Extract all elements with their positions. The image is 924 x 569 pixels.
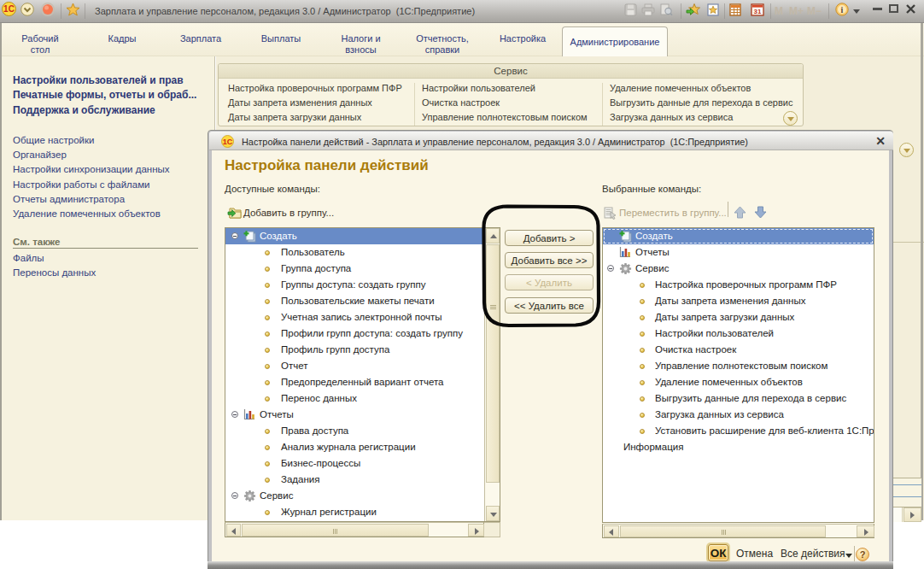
svg-text:i: i (841, 5, 844, 15)
svg-text:1С: 1С (223, 138, 233, 146)
svg-text:1С: 1С (3, 4, 15, 14)
svg-text:31: 31 (754, 8, 762, 15)
